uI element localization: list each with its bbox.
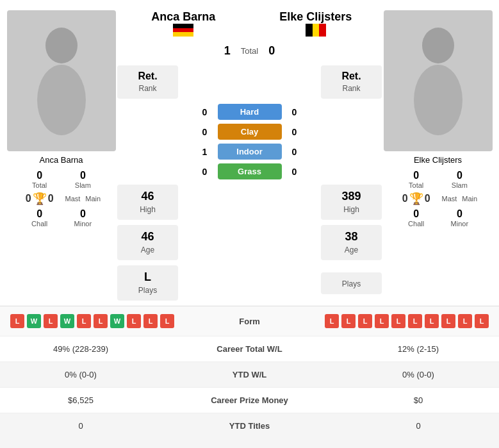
- stat-right-2: $0: [348, 395, 489, 405]
- player1-age-label: Age: [141, 245, 154, 254]
- player2-plays-box: Plays: [321, 272, 382, 294]
- form-badge-l: L: [44, 314, 58, 328]
- player1-chall-label: Chall: [22, 220, 58, 228]
- player2-minor-block: 0 Minor: [442, 208, 478, 228]
- player1-flag: [173, 24, 193, 37]
- clay-left: 0: [199, 127, 211, 137]
- clay-right: 0: [288, 127, 301, 137]
- stat-label-3: YTD Titles: [151, 421, 348, 431]
- plays-row: L Plays Plays: [117, 265, 382, 301]
- surface-clay-row: 0 Clay 0: [117, 124, 382, 140]
- svg-point-8: [422, 28, 454, 63]
- player1-plays-label: Plays: [138, 286, 157, 295]
- player1-high-box: 46 High: [117, 185, 178, 220]
- player1-slam-label: Slam: [65, 181, 101, 189]
- grass-button[interactable]: Grass: [218, 163, 282, 179]
- player1-block: Anca Barna 0 Total 0 Slam 0 🏆 0 Mast Ma: [5, 10, 117, 301]
- age-row: 46 Age 38 Age: [117, 225, 382, 260]
- player1-total-label: Total: [22, 181, 58, 189]
- player1-trophy-mast: 0 🏆 0: [22, 192, 58, 206]
- player1-main-val: 0: [48, 193, 54, 204]
- hard-left: 0: [199, 107, 211, 117]
- player1-chall-block: 0 Chall: [22, 208, 58, 228]
- clay-button[interactable]: Clay: [218, 124, 282, 140]
- indoor-button[interactable]: Indoor: [218, 144, 282, 160]
- svg-rect-6: [313, 24, 319, 37]
- player2-mast-label: Mast: [442, 195, 457, 203]
- stat-left-0: 49% (228-239): [10, 344, 151, 354]
- total-label: Total: [241, 46, 258, 56]
- player1-chall-val: 0: [22, 208, 58, 220]
- form-badge-l: L: [358, 314, 372, 328]
- player1-minor-val: 0: [65, 208, 101, 220]
- player2-high-box: 389 High: [321, 185, 382, 220]
- player1-age-val: 46: [127, 230, 168, 244]
- player2-mast-label-row: Mast Main: [442, 192, 478, 206]
- player1-name-top: Anca Barna: [117, 10, 250, 24]
- form-badge-l: L: [341, 314, 356, 328]
- player2-high-val: 389: [331, 190, 372, 203]
- form-badge-l: L: [425, 314, 439, 328]
- form-badge-l: L: [127, 314, 141, 328]
- player2-slam-block: 0 Slam: [442, 170, 478, 189]
- surface-hard-row: 0 Hard 0: [117, 104, 382, 120]
- player1-total-val: 0: [22, 170, 58, 181]
- player2-chall-val: 0: [398, 208, 434, 220]
- player2-age-label: Age: [345, 245, 358, 254]
- hard-right: 0: [288, 107, 301, 117]
- svg-point-0: [45, 28, 78, 63]
- player1-plays-val: L: [127, 270, 168, 284]
- stat-label-1: YTD W/L: [151, 370, 348, 379]
- player1-minor-label: Minor: [65, 220, 101, 228]
- hard-button[interactable]: Hard: [218, 104, 282, 120]
- svg-point-9: [414, 65, 462, 135]
- player2-flag: [306, 24, 326, 37]
- player1-slam-val: 0: [65, 170, 101, 181]
- player2-chall-label: Chall: [398, 220, 434, 228]
- stat-row-2: $6,525 Career Prize Money $0: [0, 387, 499, 413]
- form-badge-l: L: [408, 314, 422, 328]
- stat-right-1: 0% (0-0): [348, 370, 489, 379]
- high-row: 46 High 389 High: [117, 185, 382, 220]
- form-badge-l: L: [94, 314, 108, 328]
- center-block: Anca Barna Elke Clijsters: [117, 10, 382, 301]
- player2-high-label: High: [343, 205, 359, 214]
- stat-row-3: 0 YTD Titles 0: [0, 413, 499, 438]
- trophy-icon-left: 🏆: [33, 192, 47, 206]
- player1-slam-block: 0 Slam: [65, 170, 101, 189]
- player1-main-label: Main: [85, 195, 101, 203]
- player2-chall-block: 0 Chall: [398, 208, 434, 228]
- player2-photo: [384, 10, 493, 151]
- player1-header: Anca Barna: [117, 10, 250, 39]
- svg-rect-4: [173, 32, 193, 37]
- indoor-right: 0: [288, 147, 301, 157]
- player2-minor-label: Minor: [442, 220, 478, 228]
- player1-high-val: 46: [127, 190, 168, 203]
- svg-point-1: [37, 65, 86, 135]
- player2-rank-val: Ret.: [331, 71, 372, 82]
- player2-slam-val: 0: [442, 170, 478, 181]
- grass-right: 0: [288, 167, 301, 177]
- surface-grass-row: 0 Grass 0: [117, 163, 382, 179]
- form-badge-w: W: [110, 314, 124, 328]
- player1-mast-label-row: Mast Main: [65, 192, 101, 206]
- player2-rank-label: Rank: [342, 84, 360, 93]
- indoor-left: 1: [199, 147, 211, 157]
- stat-left-3: 0: [10, 421, 151, 431]
- total-row: 1 Total 0: [117, 44, 382, 58]
- form-badge-w: W: [60, 314, 74, 328]
- form-badge-l: L: [160, 314, 174, 328]
- player1-rank-label: Rank: [138, 84, 156, 93]
- player2-total-label: Total: [398, 181, 434, 189]
- rank-row: Ret. Rank Ret. Rank: [117, 65, 382, 99]
- player2-header: Elke Clijsters: [250, 10, 382, 39]
- player1-minor-block: 0 Minor: [65, 208, 101, 228]
- player1-rank-box: Ret. Rank: [117, 65, 178, 99]
- player2-name-bottom: Elke Clijsters: [414, 155, 462, 165]
- form-label: Form: [218, 317, 282, 326]
- main-container: Anca Barna 0 Total 0 Slam 0 🏆 0 Mast Ma: [0, 0, 499, 438]
- player2-main-val: 0: [425, 193, 430, 204]
- form-badge-l: L: [441, 314, 455, 328]
- form-badge-l: L: [375, 314, 389, 328]
- bottom-stats: 49% (228-239) Career Total W/L 12% (2-15…: [0, 336, 499, 438]
